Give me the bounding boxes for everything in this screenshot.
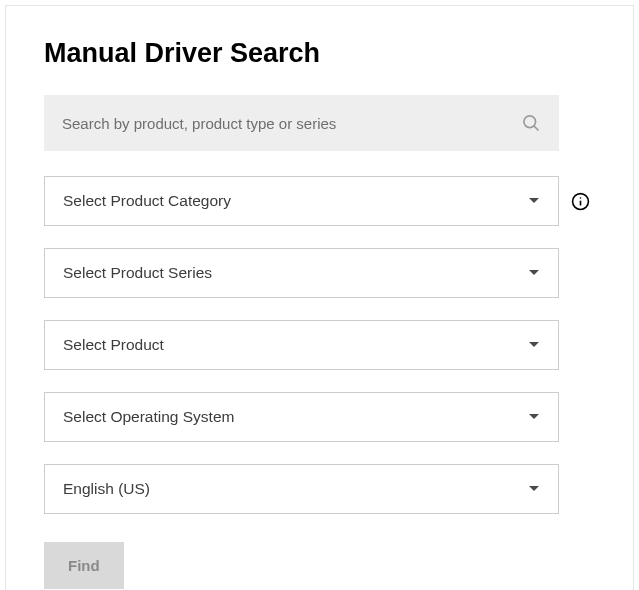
select-label: Select Operating System	[63, 408, 234, 426]
product-select[interactable]: Select Product	[44, 320, 559, 370]
select-label: English (US)	[63, 480, 150, 498]
product-row: Select Product	[44, 320, 595, 370]
product-series-row: Select Product Series	[44, 248, 595, 298]
caret-down-icon	[528, 269, 540, 277]
search-box[interactable]	[44, 95, 559, 151]
operating-system-select[interactable]: Select Operating System	[44, 392, 559, 442]
language-select[interactable]: English (US)	[44, 464, 559, 514]
search-icon[interactable]	[521, 113, 541, 133]
page-title: Manual Driver Search	[44, 38, 595, 69]
caret-down-icon	[528, 413, 540, 421]
product-series-select[interactable]: Select Product Series	[44, 248, 559, 298]
caret-down-icon	[528, 341, 540, 349]
operating-system-row: Select Operating System	[44, 392, 595, 442]
svg-line-1	[534, 126, 539, 131]
find-button[interactable]: Find	[44, 542, 124, 589]
caret-down-icon	[528, 197, 540, 205]
svg-point-4	[580, 197, 582, 199]
driver-search-card: Manual Driver Search Select Product Cate…	[5, 5, 634, 590]
product-category-row: Select Product Category	[44, 176, 595, 226]
info-icon[interactable]	[571, 192, 590, 211]
search-input[interactable]	[62, 115, 521, 132]
select-label: Select Product	[63, 336, 164, 354]
select-label: Select Product Category	[63, 192, 231, 210]
language-row: English (US)	[44, 464, 595, 514]
caret-down-icon	[528, 485, 540, 493]
svg-point-0	[524, 116, 536, 128]
select-label: Select Product Series	[63, 264, 212, 282]
product-category-select[interactable]: Select Product Category	[44, 176, 559, 226]
